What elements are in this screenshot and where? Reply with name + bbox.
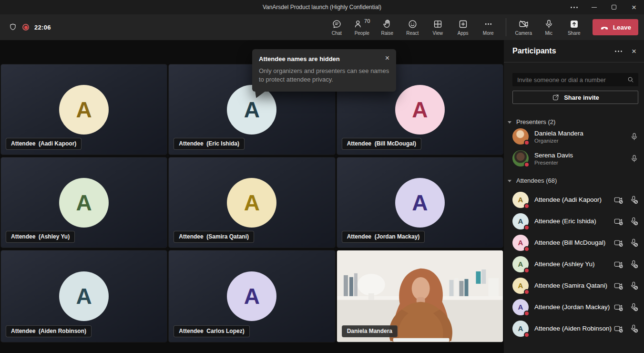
video-tile-daniela-mandera[interactable]: Daniela Mandera: [337, 250, 503, 342]
mic-off-icon: [630, 239, 638, 247]
invite-input[interactable]: [517, 76, 627, 83]
toolbar-divider: [506, 18, 506, 36]
avatar: A: [227, 85, 276, 135]
mic-off-icon: [630, 217, 638, 226]
window-controls: ×: [564, 0, 644, 14]
people-count-badge: 70: [364, 18, 370, 24]
people-icon: [354, 19, 364, 29]
camera-off-icon: [614, 196, 624, 204]
camera-off-icon: [519, 19, 529, 29]
tile-name-label: Attendee Carlos Lopez): [174, 325, 249, 337]
video-tile-jordan-mackay[interactable]: A Attendee (Jordan Mackay): [337, 157, 503, 248]
share-button[interactable]: Share: [562, 19, 587, 36]
share-screen-icon: [569, 19, 579, 29]
invite-search-field[interactable]: [512, 73, 638, 86]
window-title: VanArsdel Product launch (Highly Confide…: [0, 4, 644, 10]
raise-hand-button[interactable]: Raise: [375, 19, 400, 36]
avatar: A: [59, 178, 109, 228]
avatar: A: [227, 271, 276, 321]
avatar: A: [512, 321, 529, 337]
attendee-row[interactable]: A Attendee (Aiden Robinson): [512, 318, 638, 339]
avatar: A: [512, 256, 529, 272]
people-button[interactable]: 70 People: [349, 19, 375, 36]
chat-button[interactable]: Chat: [324, 19, 349, 36]
mic-icon[interactable]: [630, 155, 638, 163]
video-tile-carlos-lopez[interactable]: A Attendee Carlos Lopez): [169, 250, 335, 342]
participants-panel: Participants ×: [504, 40, 644, 353]
view-grid-icon: [433, 19, 443, 29]
mic-off-icon: [630, 303, 638, 311]
video-grid: A Attendee (Aadi Kapoor) A Attendee (Eri…: [1, 64, 503, 342]
participants-more-icon[interactable]: [615, 51, 622, 52]
avatar: A: [395, 178, 445, 228]
mic-off-icon: [630, 281, 638, 290]
maximize-icon[interactable]: [604, 0, 624, 14]
tooltip-close-icon[interactable]: ×: [385, 54, 389, 62]
presenter-row-daniela-mandera[interactable]: Daniela Mandera Organizer: [512, 125, 638, 147]
tile-name-label: Attendee (Eric Ishida): [174, 138, 245, 150]
view-button[interactable]: View: [425, 19, 450, 36]
recording-icon: [22, 24, 29, 31]
collapse-chevron-icon: [508, 180, 511, 182]
react-button[interactable]: React: [400, 19, 425, 36]
avatar: [512, 128, 529, 145]
collapse-chevron-icon: [508, 121, 511, 124]
attendee-row[interactable]: A Attendee (Aadi Kapoor): [512, 189, 638, 210]
search-icon: [627, 76, 634, 83]
avatar: A: [59, 271, 109, 321]
camera-off-icon: [614, 260, 624, 269]
react-smiley-icon: [408, 19, 418, 29]
participants-panel-header: Participants ×: [504, 40, 644, 62]
more-ellipsis-icon: [483, 19, 493, 29]
tile-name-label: Attendee (Jordan Mackay): [342, 231, 425, 243]
share-invite-icon: [552, 93, 560, 102]
tooltip-body: Only organizers and presenters can see n…: [259, 67, 389, 84]
titlebar: VanArsdel Product launch (Highly Confide…: [0, 0, 644, 14]
avatar: A: [227, 178, 276, 228]
attendee-names-tooltip: Attendee names are hidden × Only organiz…: [252, 49, 396, 92]
avatar: A: [512, 278, 529, 294]
teams-meeting-window: VanArsdel Product launch (Highly Confide…: [0, 0, 644, 353]
attendee-row[interactable]: A Attendee (Bill McDougal): [512, 232, 638, 253]
avatar: A: [59, 85, 109, 135]
camera-off-icon: [614, 217, 624, 226]
window-more-icon[interactable]: [564, 0, 584, 14]
avatar: A: [395, 85, 445, 135]
more-button[interactable]: More: [476, 19, 501, 36]
attendee-row[interactable]: A Attendee (Samira Qatani): [512, 275, 638, 296]
video-tile-aadi-kapoor[interactable]: A Attendee (Aadi Kapoor): [1, 64, 167, 155]
attendee-row[interactable]: A Attendee (Jordan Mackay): [512, 296, 638, 318]
camera-button[interactable]: Camera: [511, 19, 536, 36]
hangup-phone-icon: [600, 22, 609, 32]
mic-icon[interactable]: [630, 133, 638, 141]
shield-icon: [9, 23, 17, 31]
share-invite-button[interactable]: Share invite: [512, 91, 638, 104]
attendee-row[interactable]: A Attendee (Ashley Yu): [512, 253, 638, 275]
video-stage: A Attendee (Aadi Kapoor) A Attendee (Eri…: [0, 40, 504, 353]
tile-name-label: Attendee (Ashley Yu): [6, 231, 75, 243]
participants-close-icon[interactable]: ×: [632, 47, 636, 55]
presenters-section-header[interactable]: Presenters (2): [512, 118, 638, 125]
camera-off-icon: [614, 303, 624, 311]
tile-name-label: Attendee (Aiden Robinson): [6, 325, 92, 337]
tile-name-label: Attendee (Samira Qatani): [174, 231, 254, 243]
camera-off-icon: [614, 324, 624, 333]
avatar: A: [512, 213, 529, 229]
presenter-row-serena-davis[interactable]: Serena Davis Presenter: [512, 147, 638, 169]
apps-button[interactable]: Apps: [450, 19, 476, 36]
minimize-icon[interactable]: [584, 0, 604, 14]
video-tile-aiden-robinson[interactable]: A Attendee (Aiden Robinson): [1, 250, 167, 342]
avatar: [512, 150, 529, 166]
video-tile-samira-qatani[interactable]: A Attendee (Samira Qatani): [169, 157, 335, 248]
attendee-row[interactable]: A Attendee (Eric Ishida): [512, 210, 638, 232]
leave-button[interactable]: Leave: [593, 19, 638, 35]
camera-off-icon: [614, 281, 624, 290]
participants-title: Participants: [512, 47, 615, 55]
avatar: A: [512, 192, 529, 208]
video-tile-ashley-yu[interactable]: A Attendee (Ashley Yu): [1, 157, 167, 248]
avatar: A: [512, 299, 529, 315]
attendees-section-header[interactable]: Attendees (68): [512, 177, 638, 184]
mic-button[interactable]: Mic: [536, 19, 562, 36]
close-window-icon[interactable]: ×: [624, 0, 644, 14]
camera-off-icon: [614, 239, 624, 247]
